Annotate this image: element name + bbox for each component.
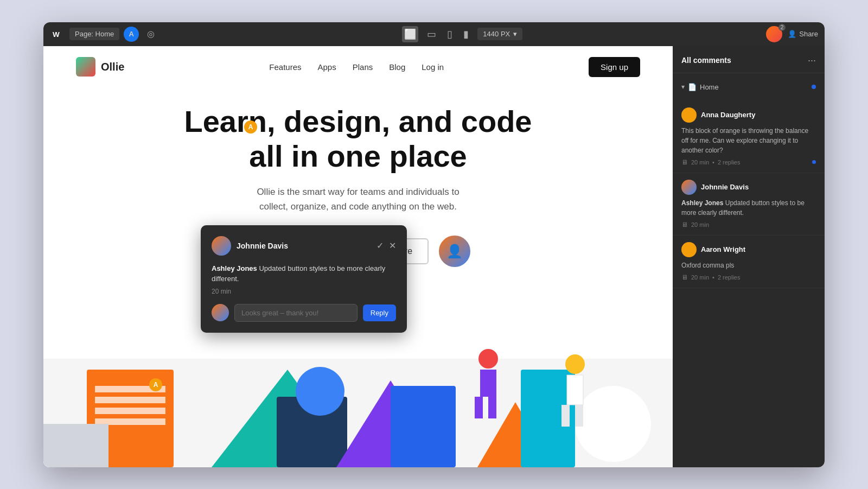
svg-rect-15: [43, 424, 108, 467]
sidebar-more-button[interactable]: ···: [808, 55, 816, 66]
anna-username: Anna Daugherty: [701, 111, 755, 119]
reply-avatar: [212, 304, 229, 321]
hero-avatar: 👤: [437, 234, 472, 269]
check-button[interactable]: ✓: [376, 240, 384, 251]
svg-point-16: [478, 349, 498, 369]
site-nav: Ollie Features Apps Plans Blog Log in Si…: [43, 46, 673, 88]
svg-rect-19: [488, 397, 496, 418]
johnnie-comment-body: Ashley Jones Updated button styles to be…: [681, 198, 816, 218]
anna-avatar: [681, 107, 697, 123]
sidebar-page-file-icon: 📄: [688, 83, 697, 91]
comment-popup: Johnnie Davis ✓ ✕ Ashley Jones Updated b…: [201, 225, 407, 333]
aaron-comment-meta: 🖥 20 min • 2 replies: [681, 274, 816, 281]
aaron-time: 20 min: [691, 274, 709, 281]
annotation-a: A: [244, 120, 257, 134]
comment-user-row-aaron: Aaron Wright: [681, 242, 816, 257]
dot-separator: •: [712, 159, 714, 166]
comment-user-row: Anna Daugherty: [681, 107, 816, 123]
main-area: Ollie Features Apps Plans Blog Log in Si…: [43, 46, 825, 467]
svg-rect-21: [567, 375, 583, 405]
signup-button[interactable]: Sign up: [589, 57, 640, 77]
comment-user-row-johnnie: Johnnie Davis: [681, 180, 816, 195]
screen-icon: 🖥: [681, 158, 688, 166]
johnnie-username: Johnnie Davis: [701, 183, 749, 191]
browser-window: W Page: Home A ◎ ⬜ ▭ ▯ ▮ 1440 PX ▾ 2 👤 S…: [43, 22, 825, 467]
nav-plans[interactable]: Plans: [353, 62, 373, 72]
anna-replies: 2 replies: [718, 159, 741, 166]
logo-text: Ollie: [101, 61, 124, 73]
comment-item-anna[interactable]: Anna Daugherty This block of orange is t…: [673, 101, 825, 173]
nav-links: Features Apps Plans Blog Log in: [269, 62, 444, 72]
svg-rect-22: [561, 405, 570, 427]
nav-features[interactable]: Features: [269, 62, 301, 72]
popup-time: 20 min: [212, 288, 396, 295]
nav-blog[interactable]: Blog: [389, 62, 405, 72]
comment-item-aaron[interactable]: Aaron Wright Oxford comma pls 🖥 20 min •…: [673, 236, 825, 288]
aaron-username: Aaron Wright: [701, 245, 745, 253]
tablet-icon[interactable]: ▯: [445, 26, 455, 42]
johnnie-time: 20 min: [691, 221, 709, 228]
nav-apps[interactable]: Apps: [318, 62, 336, 72]
hero-heading: Learn, design, and code all in one place: [54, 104, 662, 174]
svg-text:W: W: [53, 30, 60, 38]
close-button[interactable]: ✕: [389, 240, 396, 251]
johnnie-avatar: [681, 180, 697, 195]
anna-time: 20 min: [691, 159, 709, 166]
mobile-icon[interactable]: ▮: [461, 26, 471, 42]
site-preview: Ollie Features Apps Plans Blog Log in Si…: [43, 46, 673, 467]
anna-comment-body: This block of orange is throwing the bal…: [681, 126, 816, 155]
popup-header: Johnnie Davis ✓ ✕: [212, 236, 396, 256]
svg-point-9: [296, 367, 344, 416]
popup-comment-text: Ashley Jones Updated button styles to be…: [212, 263, 396, 284]
comments-sidebar: All comments ··· ▾ 📄 Home Anna Daugherty: [673, 46, 825, 467]
annotation-a2: A: [149, 378, 162, 391]
comment-item-johnnie[interactable]: Johnnie Davis Ashley Jones Updated butto…: [673, 173, 825, 236]
popup-username: Johnnie Davis: [237, 242, 288, 250]
device-toolbar: ⬜ ▭ ▯ ▮ 1440 PX ▾: [163, 26, 762, 42]
sidebar-page-section: ▾ 📄 Home: [673, 73, 825, 101]
user-avatar-badge[interactable]: 2: [766, 26, 782, 42]
aaron-avatar: [681, 242, 697, 257]
share-button[interactable]: 👤 Share: [788, 30, 818, 38]
desktop-icon[interactable]: ⬜: [402, 26, 418, 42]
person-icon: 👤: [788, 30, 796, 38]
page-label[interactable]: Page: Home: [69, 28, 119, 40]
sidebar-page-name: Home: [700, 83, 719, 91]
unread-indicator: [812, 85, 816, 89]
aaron-replies: 2 replies: [718, 274, 741, 281]
svg-rect-11: [391, 386, 456, 467]
reply-button[interactable]: Reply: [363, 304, 396, 321]
comment-badge: 2: [778, 24, 786, 31]
preview-icon[interactable]: ◎: [143, 27, 158, 42]
top-bar: W Page: Home A ◎ ⬜ ▭ ▯ ▮ 1440 PX ▾ 2 👤 S…: [43, 22, 825, 46]
svg-point-14: [575, 386, 651, 462]
popup-commenter: Ashley Jones: [212, 264, 257, 272]
svg-rect-4: [95, 397, 165, 403]
svg-rect-5: [95, 408, 165, 414]
popup-user-avatar: [212, 236, 231, 256]
comment-icon[interactable]: A: [124, 27, 139, 42]
johnnie-comment-meta: 🖥 20 min: [681, 221, 816, 228]
hero-subtext: Ollie is the smart way for teams and ind…: [244, 185, 472, 214]
px-value: 1440 PX: [483, 30, 510, 38]
site-illustration: [43, 315, 673, 467]
sidebar-page-item[interactable]: ▾ 📄 Home: [681, 79, 816, 96]
px-selector[interactable]: 1440 PX ▾: [477, 28, 522, 40]
sidebar-header: All comments ···: [673, 46, 825, 73]
webflow-logo: W: [50, 27, 65, 42]
site-logo: Ollie: [76, 57, 124, 77]
dot-separator2: •: [712, 274, 714, 281]
top-bar-right: 2 👤 Share: [766, 26, 818, 42]
screen-icon2: 🖥: [681, 221, 688, 228]
nav-login[interactable]: Log in: [422, 62, 444, 72]
canvas-area: Ollie Features Apps Plans Blog Log in Si…: [43, 46, 673, 467]
reply-input[interactable]: [234, 304, 358, 322]
anna-unread-dot: [812, 160, 816, 164]
svg-point-20: [565, 354, 585, 374]
chevron-icon: ▾: [681, 83, 685, 91]
aaron-comment-body: Oxford comma pls: [681, 261, 816, 270]
anna-comment-meta: 🖥 20 min • 2 replies: [681, 158, 816, 166]
chevron-down-icon: ▾: [513, 30, 517, 38]
laptop-icon[interactable]: ▭: [425, 26, 438, 42]
screen-icon3: 🖥: [681, 274, 688, 281]
